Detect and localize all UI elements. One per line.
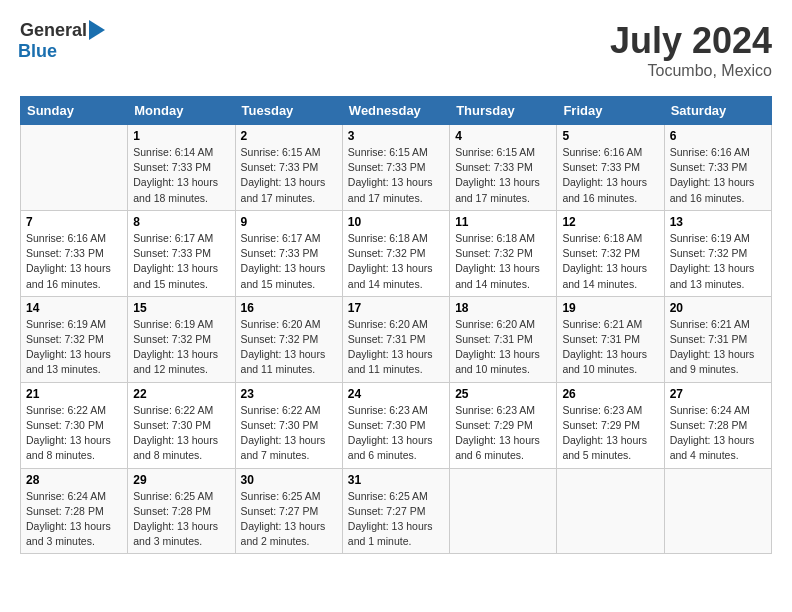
day-info: Sunrise: 6:15 AM Sunset: 7:33 PM Dayligh… bbox=[455, 145, 551, 206]
calendar-table: SundayMondayTuesdayWednesdayThursdayFrid… bbox=[20, 96, 772, 554]
column-header-thursday: Thursday bbox=[450, 97, 557, 125]
calendar-week-row: 1Sunrise: 6:14 AM Sunset: 7:33 PM Daylig… bbox=[21, 125, 772, 211]
day-info: Sunrise: 6:22 AM Sunset: 7:30 PM Dayligh… bbox=[133, 403, 229, 464]
day-number: 1 bbox=[133, 129, 229, 143]
logo-general-text: General bbox=[20, 20, 87, 41]
day-number: 12 bbox=[562, 215, 658, 229]
day-info: Sunrise: 6:25 AM Sunset: 7:28 PM Dayligh… bbox=[133, 489, 229, 550]
calendar-cell bbox=[450, 468, 557, 554]
day-number: 5 bbox=[562, 129, 658, 143]
calendar-cell: 23Sunrise: 6:22 AM Sunset: 7:30 PM Dayli… bbox=[235, 382, 342, 468]
day-info: Sunrise: 6:18 AM Sunset: 7:32 PM Dayligh… bbox=[348, 231, 444, 292]
calendar-cell: 9Sunrise: 6:17 AM Sunset: 7:33 PM Daylig… bbox=[235, 210, 342, 296]
day-number: 11 bbox=[455, 215, 551, 229]
column-header-monday: Monday bbox=[128, 97, 235, 125]
day-number: 18 bbox=[455, 301, 551, 315]
calendar-cell: 18Sunrise: 6:20 AM Sunset: 7:31 PM Dayli… bbox=[450, 296, 557, 382]
calendar-cell bbox=[664, 468, 771, 554]
day-info: Sunrise: 6:15 AM Sunset: 7:33 PM Dayligh… bbox=[348, 145, 444, 206]
calendar-cell: 17Sunrise: 6:20 AM Sunset: 7:31 PM Dayli… bbox=[342, 296, 449, 382]
day-info: Sunrise: 6:16 AM Sunset: 7:33 PM Dayligh… bbox=[670, 145, 766, 206]
logo-blue-text: Blue bbox=[18, 41, 57, 62]
day-number: 30 bbox=[241, 473, 337, 487]
day-info: Sunrise: 6:22 AM Sunset: 7:30 PM Dayligh… bbox=[241, 403, 337, 464]
day-number: 10 bbox=[348, 215, 444, 229]
day-info: Sunrise: 6:16 AM Sunset: 7:33 PM Dayligh… bbox=[562, 145, 658, 206]
calendar-cell: 5Sunrise: 6:16 AM Sunset: 7:33 PM Daylig… bbox=[557, 125, 664, 211]
day-number: 8 bbox=[133, 215, 229, 229]
day-number: 27 bbox=[670, 387, 766, 401]
day-info: Sunrise: 6:20 AM Sunset: 7:31 PM Dayligh… bbox=[348, 317, 444, 378]
day-info: Sunrise: 6:19 AM Sunset: 7:32 PM Dayligh… bbox=[133, 317, 229, 378]
calendar-cell: 16Sunrise: 6:20 AM Sunset: 7:32 PM Dayli… bbox=[235, 296, 342, 382]
calendar-cell: 19Sunrise: 6:21 AM Sunset: 7:31 PM Dayli… bbox=[557, 296, 664, 382]
day-info: Sunrise: 6:21 AM Sunset: 7:31 PM Dayligh… bbox=[670, 317, 766, 378]
day-number: 20 bbox=[670, 301, 766, 315]
calendar-cell bbox=[557, 468, 664, 554]
day-info: Sunrise: 6:23 AM Sunset: 7:29 PM Dayligh… bbox=[455, 403, 551, 464]
calendar-cell: 31Sunrise: 6:25 AM Sunset: 7:27 PM Dayli… bbox=[342, 468, 449, 554]
day-number: 19 bbox=[562, 301, 658, 315]
calendar-cell: 20Sunrise: 6:21 AM Sunset: 7:31 PM Dayli… bbox=[664, 296, 771, 382]
location-subtitle: Tocumbo, Mexico bbox=[610, 62, 772, 80]
calendar-cell: 2Sunrise: 6:15 AM Sunset: 7:33 PM Daylig… bbox=[235, 125, 342, 211]
calendar-cell: 28Sunrise: 6:24 AM Sunset: 7:28 PM Dayli… bbox=[21, 468, 128, 554]
day-info: Sunrise: 6:24 AM Sunset: 7:28 PM Dayligh… bbox=[26, 489, 122, 550]
calendar-week-row: 14Sunrise: 6:19 AM Sunset: 7:32 PM Dayli… bbox=[21, 296, 772, 382]
logo: General Blue bbox=[20, 20, 105, 62]
calendar-cell: 6Sunrise: 6:16 AM Sunset: 7:33 PM Daylig… bbox=[664, 125, 771, 211]
day-number: 25 bbox=[455, 387, 551, 401]
day-number: 22 bbox=[133, 387, 229, 401]
day-number: 31 bbox=[348, 473, 444, 487]
day-info: Sunrise: 6:21 AM Sunset: 7:31 PM Dayligh… bbox=[562, 317, 658, 378]
day-number: 6 bbox=[670, 129, 766, 143]
calendar-cell: 12Sunrise: 6:18 AM Sunset: 7:32 PM Dayli… bbox=[557, 210, 664, 296]
day-number: 9 bbox=[241, 215, 337, 229]
day-info: Sunrise: 6:20 AM Sunset: 7:32 PM Dayligh… bbox=[241, 317, 337, 378]
day-info: Sunrise: 6:20 AM Sunset: 7:31 PM Dayligh… bbox=[455, 317, 551, 378]
day-info: Sunrise: 6:22 AM Sunset: 7:30 PM Dayligh… bbox=[26, 403, 122, 464]
calendar-cell: 27Sunrise: 6:24 AM Sunset: 7:28 PM Dayli… bbox=[664, 382, 771, 468]
calendar-cell: 8Sunrise: 6:17 AM Sunset: 7:33 PM Daylig… bbox=[128, 210, 235, 296]
calendar-cell: 14Sunrise: 6:19 AM Sunset: 7:32 PM Dayli… bbox=[21, 296, 128, 382]
day-info: Sunrise: 6:19 AM Sunset: 7:32 PM Dayligh… bbox=[26, 317, 122, 378]
calendar-cell: 7Sunrise: 6:16 AM Sunset: 7:33 PM Daylig… bbox=[21, 210, 128, 296]
day-number: 14 bbox=[26, 301, 122, 315]
month-year-title: July 2024 bbox=[610, 20, 772, 62]
day-number: 7 bbox=[26, 215, 122, 229]
day-info: Sunrise: 6:16 AM Sunset: 7:33 PM Dayligh… bbox=[26, 231, 122, 292]
day-info: Sunrise: 6:17 AM Sunset: 7:33 PM Dayligh… bbox=[241, 231, 337, 292]
calendar-cell: 22Sunrise: 6:22 AM Sunset: 7:30 PM Dayli… bbox=[128, 382, 235, 468]
column-header-friday: Friday bbox=[557, 97, 664, 125]
calendar-header-row: SundayMondayTuesdayWednesdayThursdayFrid… bbox=[21, 97, 772, 125]
day-info: Sunrise: 6:23 AM Sunset: 7:30 PM Dayligh… bbox=[348, 403, 444, 464]
calendar-week-row: 7Sunrise: 6:16 AM Sunset: 7:33 PM Daylig… bbox=[21, 210, 772, 296]
day-info: Sunrise: 6:18 AM Sunset: 7:32 PM Dayligh… bbox=[455, 231, 551, 292]
day-info: Sunrise: 6:17 AM Sunset: 7:33 PM Dayligh… bbox=[133, 231, 229, 292]
page-header: General Blue July 2024 Tocumbo, Mexico bbox=[20, 20, 772, 80]
calendar-cell: 15Sunrise: 6:19 AM Sunset: 7:32 PM Dayli… bbox=[128, 296, 235, 382]
day-number: 3 bbox=[348, 129, 444, 143]
day-info: Sunrise: 6:14 AM Sunset: 7:33 PM Dayligh… bbox=[133, 145, 229, 206]
calendar-cell: 26Sunrise: 6:23 AM Sunset: 7:29 PM Dayli… bbox=[557, 382, 664, 468]
day-number: 28 bbox=[26, 473, 122, 487]
day-number: 24 bbox=[348, 387, 444, 401]
calendar-cell: 10Sunrise: 6:18 AM Sunset: 7:32 PM Dayli… bbox=[342, 210, 449, 296]
day-info: Sunrise: 6:25 AM Sunset: 7:27 PM Dayligh… bbox=[241, 489, 337, 550]
day-info: Sunrise: 6:25 AM Sunset: 7:27 PM Dayligh… bbox=[348, 489, 444, 550]
calendar-cell: 4Sunrise: 6:15 AM Sunset: 7:33 PM Daylig… bbox=[450, 125, 557, 211]
day-number: 17 bbox=[348, 301, 444, 315]
day-info: Sunrise: 6:18 AM Sunset: 7:32 PM Dayligh… bbox=[562, 231, 658, 292]
calendar-cell: 11Sunrise: 6:18 AM Sunset: 7:32 PM Dayli… bbox=[450, 210, 557, 296]
column-header-saturday: Saturday bbox=[664, 97, 771, 125]
day-number: 4 bbox=[455, 129, 551, 143]
calendar-cell: 25Sunrise: 6:23 AM Sunset: 7:29 PM Dayli… bbox=[450, 382, 557, 468]
day-info: Sunrise: 6:24 AM Sunset: 7:28 PM Dayligh… bbox=[670, 403, 766, 464]
column-header-tuesday: Tuesday bbox=[235, 97, 342, 125]
calendar-cell: 21Sunrise: 6:22 AM Sunset: 7:30 PM Dayli… bbox=[21, 382, 128, 468]
title-block: July 2024 Tocumbo, Mexico bbox=[610, 20, 772, 80]
day-number: 21 bbox=[26, 387, 122, 401]
calendar-cell: 29Sunrise: 6:25 AM Sunset: 7:28 PM Dayli… bbox=[128, 468, 235, 554]
calendar-cell: 30Sunrise: 6:25 AM Sunset: 7:27 PM Dayli… bbox=[235, 468, 342, 554]
calendar-cell: 13Sunrise: 6:19 AM Sunset: 7:32 PM Dayli… bbox=[664, 210, 771, 296]
